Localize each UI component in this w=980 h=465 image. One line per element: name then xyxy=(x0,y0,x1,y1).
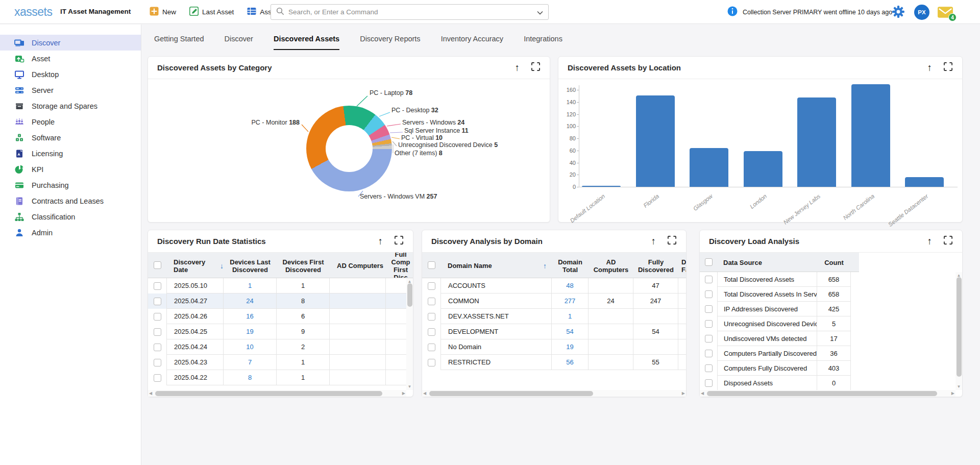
row-checkbox[interactable] xyxy=(428,344,435,351)
vertical-scroll-thumb[interactable] xyxy=(407,283,412,307)
scroll-down-icon[interactable]: ▼ xyxy=(408,383,412,390)
info-icon[interactable] xyxy=(727,6,738,18)
sidebar-item-people[interactable]: People xyxy=(0,114,141,130)
sidebar-item-asset[interactable]: Asset xyxy=(0,51,141,66)
row-checkbox[interactable] xyxy=(705,350,713,357)
cell-value[interactable]: 16 xyxy=(246,312,253,320)
column-header-data-source[interactable]: Data Source xyxy=(717,253,817,272)
panel-up-icon[interactable]: ↑ xyxy=(927,236,933,246)
search-input[interactable] xyxy=(288,8,533,16)
scroll-left-icon[interactable]: ◀ xyxy=(701,390,704,397)
cell-value[interactable]: 54 xyxy=(566,328,573,335)
column-header-full-comp[interactable]: Full Comp First Disc xyxy=(386,253,413,278)
column-header-domain-name[interactable]: Domain Name↑ xyxy=(440,253,552,278)
select-all-checkbox[interactable] xyxy=(705,258,713,266)
row-checkbox[interactable] xyxy=(428,313,435,321)
vertical-scroll-thumb[interactable] xyxy=(957,277,962,377)
horizontal-scroll-thumb[interactable] xyxy=(707,391,937,396)
panel-up-icon[interactable]: ↑ xyxy=(927,63,933,72)
cell-domain-total[interactable]: 56 xyxy=(552,355,589,370)
sidebar-item-admin[interactable]: Admin xyxy=(0,225,141,240)
panel-up-icon[interactable]: ↑ xyxy=(515,63,520,72)
cell-value[interactable]: 56 xyxy=(566,358,573,366)
bar-glasgow[interactable] xyxy=(690,148,728,187)
bar-new-jersey-labs[interactable] xyxy=(797,97,836,187)
cell-domain-total[interactable]: 54 xyxy=(552,324,589,339)
row-checkbox[interactable] xyxy=(428,359,435,366)
column-header-fully-discovered[interactable]: Fully Discovered xyxy=(633,253,678,278)
cell-devices-last-discovered[interactable]: 7 xyxy=(224,355,277,370)
column-header-ad-computers[interactable]: AD Computers xyxy=(589,253,633,278)
cell-value[interactable]: 277 xyxy=(565,297,576,305)
column-header-discovery-date[interactable]: Discovery Date↓ xyxy=(166,253,224,278)
row-checkbox[interactable] xyxy=(154,359,161,366)
row-checkbox[interactable] xyxy=(428,282,435,290)
fullscreen-icon[interactable] xyxy=(531,62,541,74)
cell-devices-last-discovered[interactable]: 24 xyxy=(224,293,277,309)
row-checkbox[interactable] xyxy=(154,344,161,351)
cell-devices-last-discovered[interactable]: 19 xyxy=(224,324,277,339)
scroll-left-icon[interactable]: ◀ xyxy=(149,390,152,397)
chevron-down-icon[interactable] xyxy=(537,8,543,17)
column-header-count[interactable]: Count xyxy=(817,253,851,272)
horizontal-scroll-thumb[interactable] xyxy=(429,391,593,396)
row-checkbox[interactable] xyxy=(705,320,713,328)
mail-button[interactable]: 4 xyxy=(937,6,954,20)
tab-discovery-reports[interactable]: Discovery Reports xyxy=(360,25,420,53)
fullscreen-icon[interactable] xyxy=(943,235,953,247)
column-header-domain-total[interactable]: Domain Total xyxy=(552,253,589,278)
fullscreen-icon[interactable] xyxy=(667,235,677,247)
cell-devices-last-discovered[interactable]: 1 xyxy=(224,278,277,293)
cell-domain-total[interactable]: 19 xyxy=(552,339,589,355)
row-checkbox[interactable] xyxy=(705,290,713,298)
row-checkbox[interactable] xyxy=(154,298,161,305)
sidebar-item-discover[interactable]: Discover xyxy=(0,35,141,51)
horizontal-scroll-thumb[interactable] xyxy=(155,391,382,396)
cell-value[interactable]: 7 xyxy=(248,358,252,366)
row-checkbox[interactable] xyxy=(705,364,713,372)
bar-default-location[interactable] xyxy=(582,186,621,187)
scroll-right-icon[interactable]: ▶ xyxy=(951,390,954,397)
scroll-right-icon[interactable]: ▶ xyxy=(682,390,685,397)
row-checkbox[interactable] xyxy=(154,374,161,382)
column-header-devices-last-discovered[interactable]: Devices Last Discovered xyxy=(224,253,277,278)
row-checkbox[interactable] xyxy=(428,298,435,305)
bar-florida[interactable] xyxy=(636,95,675,187)
sidebar-item-classification[interactable]: Classification xyxy=(0,209,141,225)
action-new[interactable]: New xyxy=(150,7,176,17)
row-checkbox[interactable] xyxy=(154,282,161,290)
fullscreen-icon[interactable] xyxy=(394,235,404,247)
bar-north-carolina[interactable] xyxy=(851,84,890,187)
row-checkbox[interactable] xyxy=(154,313,161,321)
tab-getting-started[interactable]: Getting Started xyxy=(154,25,204,53)
scroll-left-icon[interactable]: ◀ xyxy=(423,390,426,397)
xassets-logo[interactable]: xassets xyxy=(14,5,52,19)
gear-icon[interactable] xyxy=(892,5,905,20)
cell-value[interactable]: 19 xyxy=(246,328,253,335)
cell-value[interactable]: 1 xyxy=(248,282,252,289)
cell-value[interactable]: 19 xyxy=(566,343,573,351)
search-box[interactable] xyxy=(271,4,549,20)
sidebar-item-desktop[interactable]: Desktop xyxy=(0,66,141,82)
column-header-devices-first-discovered[interactable]: Devices First Discovered xyxy=(277,253,330,278)
cell-value[interactable]: 1 xyxy=(568,312,572,320)
row-checkbox[interactable] xyxy=(705,335,713,342)
select-all-checkbox[interactable] xyxy=(428,261,435,269)
fullscreen-icon[interactable] xyxy=(943,62,953,74)
scroll-right-icon[interactable]: ▶ xyxy=(402,390,405,397)
row-checkbox[interactable] xyxy=(705,379,713,387)
row-checkbox[interactable] xyxy=(428,328,435,336)
panel-up-icon[interactable]: ↑ xyxy=(378,236,383,246)
cell-value[interactable]: 10 xyxy=(246,343,253,351)
sidebar-item-software[interactable]: Software xyxy=(0,130,141,145)
scroll-down-icon[interactable]: ▼ xyxy=(957,383,961,390)
sidebar-item-kpi[interactable]: KPI xyxy=(0,161,141,177)
row-checkbox[interactable] xyxy=(705,276,713,283)
panel-up-icon[interactable]: ↑ xyxy=(651,236,656,246)
sidebar-item-contracts-and-leases[interactable]: Contracts and Leases xyxy=(0,193,141,209)
cell-devices-last-discovered[interactable]: 8 xyxy=(224,370,277,385)
select-all-checkbox[interactable] xyxy=(154,261,161,269)
sidebar-item-server[interactable]: Server xyxy=(0,82,141,98)
cell-domain-total[interactable]: 277 xyxy=(552,293,589,309)
bar-seattle-datacenter[interactable] xyxy=(905,177,944,187)
